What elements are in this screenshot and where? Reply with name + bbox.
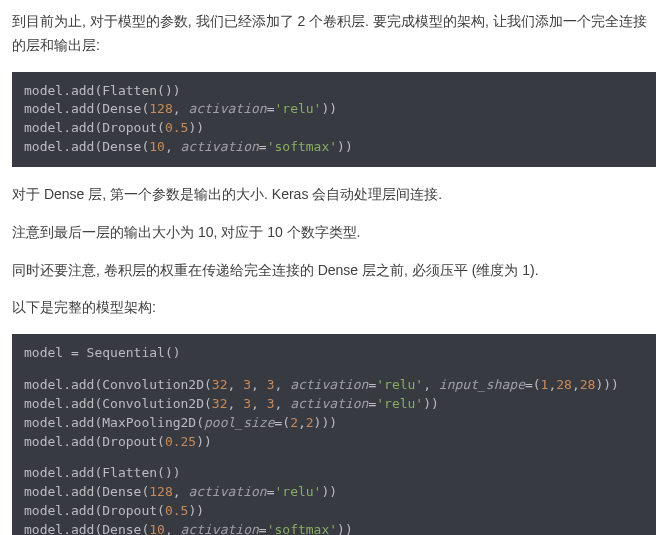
code-text: model = Sequential() (24, 345, 181, 360)
para-1: 到目前为止, 对于模型的参数, 我们已经添加了 2 个卷积层. 要完成模型的架构… (12, 10, 656, 58)
code-number: 2 (306, 415, 314, 430)
para-4: 同时还要注意, 卷积层的权重在传递给完全连接的 Dense 层之前, 必须压平 … (12, 259, 656, 283)
para-3: 注意到最后一层的输出大小为 10, 对应于 10 个数字类型. (12, 221, 656, 245)
code-text: , (251, 396, 267, 411)
code-text: model.add(Dense( (24, 139, 149, 154)
code-param: activation (181, 522, 259, 535)
code-param: activation (188, 484, 266, 499)
code-text: , (165, 522, 181, 535)
code-text: model.add(Dropout( (24, 503, 165, 518)
code-text: model.add(Dense( (24, 522, 149, 535)
code-op: =( (274, 415, 290, 430)
code-text: model.add(Dense( (24, 484, 149, 499)
code-text: )) (188, 503, 204, 518)
code-number: 2 (290, 415, 298, 430)
code-op: = (259, 522, 267, 535)
code-number: 128 (149, 101, 172, 116)
code-text: , (165, 139, 181, 154)
code-text: , (274, 377, 290, 392)
code-op: =( (525, 377, 541, 392)
code-text: model.add(Convolution2D( (24, 396, 212, 411)
code-text: model.add(MaxPooling2D( (24, 415, 204, 430)
code-op: = (259, 139, 267, 154)
code-text: model.add(Dense( (24, 101, 149, 116)
code-block-1: model.add(Flatten())model.add(Dense(128,… (12, 72, 656, 167)
code-text: , (298, 415, 306, 430)
code-text: , (251, 377, 267, 392)
code-number: 10 (149, 522, 165, 535)
code-block-2: model = Sequential()model.add(Convolutio… (12, 334, 656, 535)
code-text: , (228, 396, 244, 411)
code-text: , (173, 101, 189, 116)
code-text: model.add(Dropout( (24, 120, 165, 135)
code-param: activation (290, 396, 368, 411)
code-param: pool_size (204, 415, 274, 430)
code-number: 10 (149, 139, 165, 154)
code-number: 28 (580, 377, 596, 392)
code-number: 0.5 (165, 120, 188, 135)
code-string: 'relu' (376, 377, 423, 392)
code-param: input_shape (439, 377, 525, 392)
code-text: , (274, 396, 290, 411)
code-string: 'relu' (274, 101, 321, 116)
code-text: , (228, 377, 244, 392)
code-text: )) (337, 522, 353, 535)
code-text: )) (321, 484, 337, 499)
para-5: 以下是完整的模型架构: (12, 296, 656, 320)
code-number: 3 (243, 396, 251, 411)
code-text: , (572, 377, 580, 392)
code-text: )) (188, 120, 204, 135)
code-text: , (173, 484, 189, 499)
code-text: )) (337, 139, 353, 154)
code-param: activation (181, 139, 259, 154)
code-number: 0.5 (165, 503, 188, 518)
code-number: 32 (212, 396, 228, 411)
code-text: )) (423, 396, 439, 411)
para-2: 对于 Dense 层, 第一个参数是输出的大小. Keras 会自动处理层间连接… (12, 183, 656, 207)
code-text: model.add(Flatten()) (24, 83, 181, 98)
code-string: 'relu' (274, 484, 321, 499)
code-text: ))) (595, 377, 618, 392)
code-text: model.add(Convolution2D( (24, 377, 212, 392)
code-text: )) (321, 101, 337, 116)
code-text: , (423, 377, 439, 392)
code-string: 'relu' (376, 396, 423, 411)
code-number: 3 (243, 377, 251, 392)
code-string: 'softmax' (267, 522, 337, 535)
code-text: model.add(Dropout( (24, 434, 165, 449)
code-param: activation (188, 101, 266, 116)
code-number: 128 (149, 484, 172, 499)
code-text: ))) (314, 415, 337, 430)
code-text: model.add(Flatten()) (24, 465, 181, 480)
code-param: activation (290, 377, 368, 392)
code-number: 32 (212, 377, 228, 392)
code-number: 0.25 (165, 434, 196, 449)
code-text: )) (196, 434, 212, 449)
code-string: 'softmax' (267, 139, 337, 154)
code-number: 28 (556, 377, 572, 392)
